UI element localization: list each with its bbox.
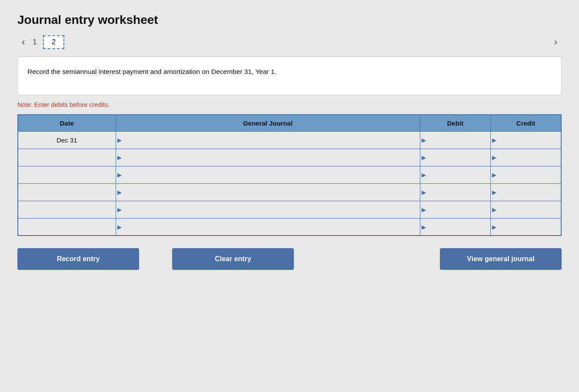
- description-text: Record the semiannual interest payment a…: [27, 68, 276, 75]
- clear-entry-button[interactable]: Clear entry: [172, 248, 294, 270]
- cell-date-5: [18, 218, 116, 236]
- cell-journal-5[interactable]: ▶: [116, 218, 420, 236]
- buttons-row: Record entry Clear entry View general jo…: [17, 248, 562, 270]
- cell-date-2: [18, 166, 116, 183]
- input-credit-3[interactable]: [491, 184, 561, 201]
- table-row: ▶▶▶: [18, 149, 561, 166]
- cell-debit-5[interactable]: ▶: [420, 218, 491, 236]
- table-row: ▶▶▶: [18, 201, 561, 218]
- input-credit-4[interactable]: [491, 201, 561, 218]
- cell-debit-4[interactable]: ▶: [420, 201, 491, 218]
- col-header-debit: Debit: [420, 115, 491, 132]
- cell-debit-3[interactable]: ▶: [420, 183, 491, 201]
- nav-row: ‹ 1 2 ›: [17, 35, 562, 50]
- cell-credit-5[interactable]: ▶: [491, 218, 562, 236]
- input-journal-5[interactable]: [116, 219, 420, 236]
- note-text: Note: Enter debits before credits.: [17, 101, 562, 108]
- cell-journal-4[interactable]: ▶: [116, 201, 420, 218]
- cell-journal-0[interactable]: ▶: [116, 131, 420, 149]
- journal-table: Date General Journal Debit Credit Dec 31…: [17, 114, 562, 236]
- col-header-credit: Credit: [491, 115, 562, 132]
- nav-item-2-selected[interactable]: 2: [43, 35, 64, 49]
- input-journal-0[interactable]: [116, 132, 420, 149]
- view-general-journal-button[interactable]: View general journal: [440, 248, 562, 270]
- input-credit-1[interactable]: [491, 149, 561, 166]
- input-debit-1[interactable]: [420, 149, 491, 166]
- input-journal-4[interactable]: [116, 201, 420, 218]
- cell-credit-1[interactable]: ▶: [491, 149, 562, 166]
- cell-journal-1[interactable]: ▶: [116, 149, 420, 166]
- cell-credit-2[interactable]: ▶: [491, 166, 562, 183]
- input-debit-0[interactable]: [420, 132, 491, 149]
- cell-date-0: Dec 31: [18, 131, 116, 149]
- input-debit-3[interactable]: [420, 184, 491, 201]
- col-header-journal: General Journal: [116, 115, 420, 132]
- col-header-date: Date: [18, 115, 116, 132]
- input-credit-0[interactable]: [491, 132, 561, 149]
- cell-journal-3[interactable]: ▶: [116, 183, 420, 201]
- record-entry-button[interactable]: Record entry: [17, 248, 139, 270]
- table-row: Dec 31▶▶▶: [18, 131, 561, 149]
- input-credit-5[interactable]: [491, 219, 561, 236]
- cell-debit-0[interactable]: ▶: [420, 131, 491, 149]
- input-journal-2[interactable]: [116, 166, 420, 183]
- table-row: ▶▶▶: [18, 218, 561, 236]
- nav-right-arrow[interactable]: ›: [550, 35, 562, 50]
- cell-debit-2[interactable]: ▶: [420, 166, 491, 183]
- cell-credit-4[interactable]: ▶: [491, 201, 562, 218]
- description-box: Record the semiannual interest payment a…: [17, 56, 562, 95]
- page-title: Journal entry worksheet: [17, 13, 562, 27]
- cell-debit-1[interactable]: ▶: [420, 149, 491, 166]
- input-journal-3[interactable]: [116, 184, 420, 201]
- cell-date-3: [18, 183, 116, 201]
- input-debit-4[interactable]: [420, 201, 491, 218]
- cell-credit-0[interactable]: ▶: [491, 131, 562, 149]
- nav-item-1[interactable]: 1: [33, 38, 37, 47]
- input-debit-5[interactable]: [420, 219, 491, 236]
- nav-left-arrow[interactable]: ‹: [17, 35, 29, 50]
- cell-journal-2[interactable]: ▶: [116, 166, 420, 183]
- input-credit-2[interactable]: [491, 166, 561, 183]
- input-debit-2[interactable]: [420, 166, 491, 183]
- table-row: ▶▶▶: [18, 183, 561, 201]
- cell-credit-3[interactable]: ▶: [491, 183, 562, 201]
- cell-date-1: [18, 149, 116, 166]
- table-row: ▶▶▶: [18, 166, 561, 183]
- cell-date-4: [18, 201, 116, 218]
- input-journal-1[interactable]: [116, 149, 420, 166]
